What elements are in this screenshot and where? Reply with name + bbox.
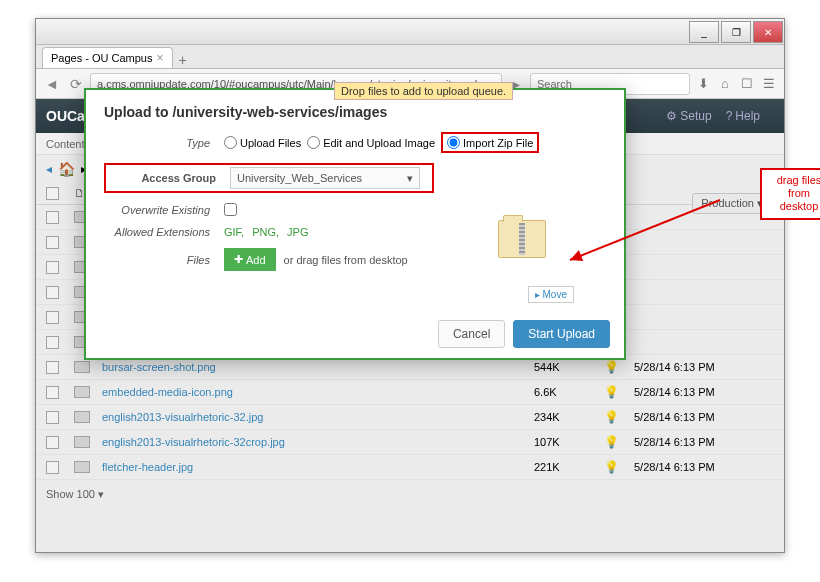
nav-setup[interactable]: ⚙ Setup	[666, 109, 711, 123]
access-group-label: Access Group	[110, 172, 230, 184]
access-group-select[interactable]: University_Web_Services▾	[230, 167, 420, 189]
tab-close-icon[interactable]: ×	[156, 51, 163, 65]
browser-tab[interactable]: Pages - OU Campus ×	[42, 47, 173, 68]
bookmark-icon[interactable]: ☐	[738, 75, 756, 93]
ext-label: Allowed Extensions	[104, 226, 224, 238]
back-button[interactable]: ◄	[42, 74, 62, 94]
drag-text: or drag files from desktop	[284, 254, 408, 266]
chevron-down-icon: ▾	[407, 172, 413, 185]
radio-import-zip[interactable]: Import Zip File	[441, 132, 539, 153]
home-icon[interactable]: ⌂	[716, 75, 734, 93]
crumb-content[interactable]: Content	[46, 138, 85, 150]
nav-help[interactable]: ? Help	[726, 109, 760, 123]
radio-edit-upload[interactable]: Edit and Upload Image	[307, 136, 435, 149]
add-button[interactable]: ✚ Add	[224, 248, 276, 271]
start-upload-button[interactable]: Start Upload	[513, 320, 610, 348]
drop-tooltip: Drop files to add to upload queue.	[334, 82, 513, 100]
menu-icon[interactable]: ☰	[760, 75, 778, 93]
reload-button[interactable]: ⟳	[66, 74, 86, 94]
maximize-button[interactable]: ❐	[721, 21, 751, 43]
new-tab-button[interactable]: +	[179, 52, 187, 68]
overwrite-label: Overwrite Existing	[104, 204, 224, 216]
upload-modal: Drop files to add to upload queue. Uploa…	[84, 88, 626, 360]
download-icon[interactable]: ⬇	[694, 75, 712, 93]
callout-drag-files: drag files from desktop	[760, 168, 820, 220]
titlebar: _ ❐ ✕	[36, 19, 784, 45]
files-label: Files	[104, 254, 224, 266]
zip-icon	[492, 220, 552, 280]
radio-upload-files[interactable]: Upload Files	[224, 136, 301, 149]
minimize-button[interactable]: _	[689, 21, 719, 43]
tabbar: Pages - OU Campus × +	[36, 45, 784, 69]
tab-title: Pages - OU Campus	[51, 52, 152, 64]
move-button[interactable]: ▸ Move	[528, 286, 574, 303]
overwrite-checkbox[interactable]	[224, 203, 237, 216]
cancel-button[interactable]: Cancel	[438, 320, 505, 348]
type-label: Type	[104, 137, 224, 149]
modal-title: Upload to /university-web-services/image…	[104, 104, 606, 120]
close-button[interactable]: ✕	[753, 21, 783, 43]
